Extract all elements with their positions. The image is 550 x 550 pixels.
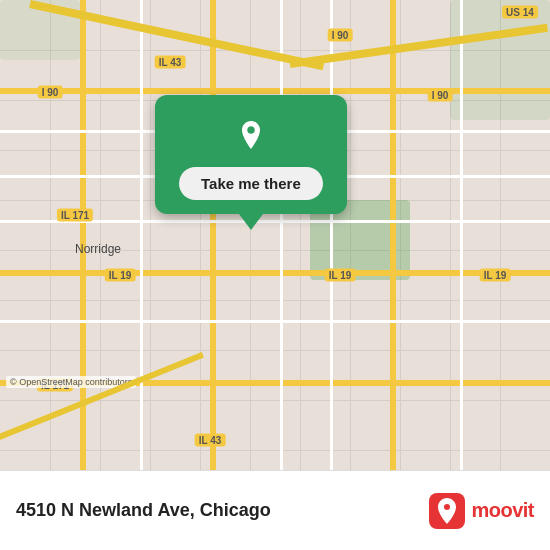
road-label-i90-left: I 90 <box>38 86 63 99</box>
road-label-i90-top: I 90 <box>328 29 353 42</box>
road-label-i90-right: I 90 <box>428 89 453 102</box>
grid-line <box>250 0 251 470</box>
info-bar: 4510 N Newland Ave, Chicago moovit <box>0 470 550 550</box>
diagonal-road <box>0 352 204 440</box>
address-block: 4510 N Newland Ave, Chicago <box>16 500 271 521</box>
road-v-minor <box>140 0 143 470</box>
take-me-there-button[interactable]: Take me there <box>179 167 323 200</box>
road-label-il19-mid: IL 19 <box>325 269 356 282</box>
popup-box: Take me there <box>155 95 347 214</box>
road-h-minor <box>0 320 550 323</box>
grid-line <box>300 0 301 470</box>
road-il43 <box>210 0 216 470</box>
address-text: 4510 N Newland Ave, Chicago <box>16 500 271 521</box>
grid-line <box>150 0 151 470</box>
map-popup: Take me there <box>155 95 347 230</box>
map-container: IL 43 I 90 I 90 I 90 IL 19 IL 19 IL 19 I… <box>0 0 550 470</box>
place-label-norridge: Norridge <box>75 242 121 256</box>
road-v-minor <box>460 0 463 470</box>
moovit-logo: moovit <box>429 493 534 529</box>
grid-line <box>200 0 201 470</box>
road-label-il19-right: IL 19 <box>480 269 511 282</box>
moovit-icon <box>429 493 465 529</box>
road-label-us14: US 14 <box>502 6 538 19</box>
road-v-minor <box>330 0 333 470</box>
road-label-il19-left: IL 19 <box>105 269 136 282</box>
popup-tail <box>239 214 263 230</box>
road-v <box>390 0 396 470</box>
road-v-minor <box>280 0 283 470</box>
road-label-il43: IL 43 <box>155 56 186 69</box>
svg-point-1 <box>247 127 254 134</box>
moovit-text: moovit <box>471 499 534 522</box>
location-pin-icon <box>229 113 273 157</box>
road-label-il171-top: IL 171 <box>57 209 93 222</box>
road-label-il43-bot: IL 43 <box>195 434 226 447</box>
grid-line <box>50 0 51 470</box>
